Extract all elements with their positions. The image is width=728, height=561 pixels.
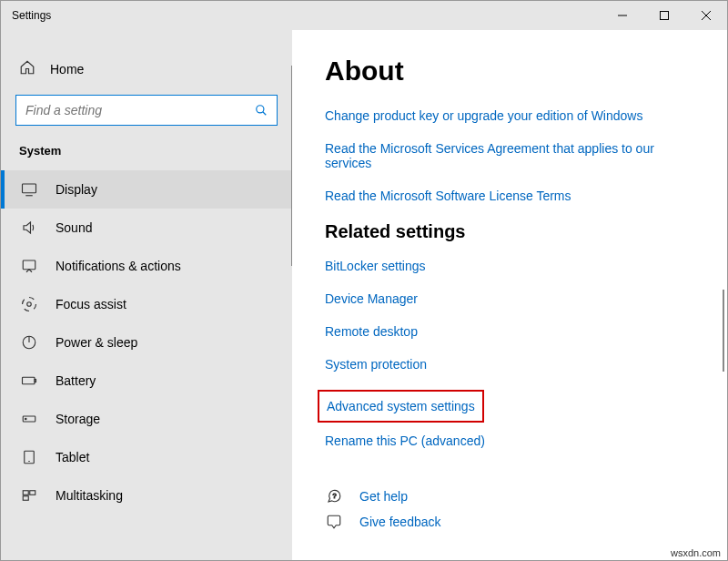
sidebar-item-notifications[interactable]: Notifications & actions <box>1 247 292 285</box>
svg-rect-6 <box>23 184 36 193</box>
power-icon <box>21 334 37 351</box>
svg-rect-8 <box>23 260 35 270</box>
battery-icon <box>21 372 37 389</box>
get-help-label: Get help <box>359 489 408 504</box>
svg-rect-12 <box>23 377 35 384</box>
focus-icon <box>21 296 37 312</box>
sidebar-item-label: Display <box>56 182 97 197</box>
home-label: Home <box>50 62 84 76</box>
help-icon: ? <box>325 488 343 505</box>
sidebar-item-label: Focus assist <box>56 297 126 311</box>
sidebar: Home System Display Sound <box>1 30 292 560</box>
section-label: System <box>1 144 292 170</box>
sound-icon <box>21 219 37 236</box>
multitasking-icon <box>21 487 37 504</box>
window-title: Settings <box>12 9 602 22</box>
minimize-icon <box>618 11 627 20</box>
close-icon <box>702 11 711 20</box>
svg-line-5 <box>263 112 267 116</box>
sidebar-item-display[interactable]: Display <box>1 170 292 209</box>
link-advanced-system-settings[interactable]: Advanced system settings <box>318 390 484 423</box>
link-rename-pc[interactable]: Rename this PC (advanced) <box>325 434 694 448</box>
svg-point-15 <box>25 418 27 420</box>
related-settings-heading: Related settings <box>325 221 694 242</box>
give-feedback-label: Give feedback <box>359 515 441 529</box>
sidebar-item-focus[interactable]: Focus assist <box>1 285 292 323</box>
svg-point-9 <box>27 302 32 307</box>
content-panel: About Change product key or upgrade your… <box>292 30 727 560</box>
sidebar-item-label: Sound <box>56 220 92 235</box>
sidebar-item-label: Tablet <box>56 450 89 464</box>
link-system-protection[interactable]: System protection <box>325 357 694 372</box>
sidebar-item-label: Notifications & actions <box>56 259 181 273</box>
maximize-icon <box>660 11 669 20</box>
sidebar-item-label: Power & sleep <box>56 335 137 350</box>
sidebar-item-sound[interactable]: Sound <box>1 209 292 247</box>
svg-rect-20 <box>23 496 28 501</box>
sidebar-item-power[interactable]: Power & sleep <box>1 323 292 362</box>
home-button[interactable]: Home <box>1 52 292 95</box>
search-container <box>15 95 278 126</box>
svg-rect-13 <box>35 380 36 382</box>
settings-window: Settings Home <box>0 0 728 561</box>
feedback-icon <box>325 514 343 530</box>
storage-icon <box>21 411 37 427</box>
maximize-button[interactable] <box>643 1 685 30</box>
sidebar-item-label: Multitasking <box>56 488 123 503</box>
sidebar-item-label: Storage <box>56 412 100 426</box>
tablet-icon <box>21 449 37 465</box>
minimize-button[interactable] <box>602 1 643 30</box>
home-icon <box>19 59 35 78</box>
sidebar-item-battery[interactable]: Battery <box>1 362 292 400</box>
watermark: wsxdn.com <box>669 546 723 559</box>
svg-point-4 <box>257 106 264 113</box>
svg-rect-1 <box>661 12 669 20</box>
main-area: Home System Display Sound <box>1 30 727 560</box>
close-button[interactable] <box>685 1 727 30</box>
svg-text:?: ? <box>333 492 337 500</box>
link-device-manager[interactable]: Device Manager <box>325 291 694 306</box>
page-title: About <box>325 56 694 87</box>
link-services-agreement[interactable]: Read the Microsoft Services Agreement th… <box>325 141 694 170</box>
search-input[interactable] <box>25 103 255 117</box>
sidebar-item-label: Battery <box>56 373 96 388</box>
sidebar-item-multitasking[interactable]: Multitasking <box>1 476 292 515</box>
link-change-product-key[interactable]: Change product key or upgrade your editi… <box>325 108 694 123</box>
window-controls <box>602 1 727 30</box>
link-license-terms[interactable]: Read the Microsoft Software License Term… <box>325 189 694 203</box>
scrollbar[interactable] <box>723 290 724 372</box>
svg-rect-19 <box>30 491 35 495</box>
search-icon <box>255 104 268 117</box>
link-remote-desktop[interactable]: Remote desktop <box>325 324 694 339</box>
titlebar: Settings <box>1 1 727 30</box>
nav-list: Display Sound Notifications & actions Fo… <box>1 170 292 560</box>
sidebar-item-storage[interactable]: Storage <box>1 400 292 438</box>
get-help-link[interactable]: ? Get help <box>325 488 694 505</box>
notifications-icon <box>21 258 37 274</box>
link-bitlocker[interactable]: BitLocker settings <box>325 259 694 273</box>
panel-divider <box>291 66 292 266</box>
search-box[interactable] <box>15 95 278 126</box>
svg-rect-18 <box>23 491 28 495</box>
display-icon <box>21 181 37 198</box>
give-feedback-link[interactable]: Give feedback <box>325 514 694 530</box>
sidebar-item-tablet[interactable]: Tablet <box>1 438 292 476</box>
